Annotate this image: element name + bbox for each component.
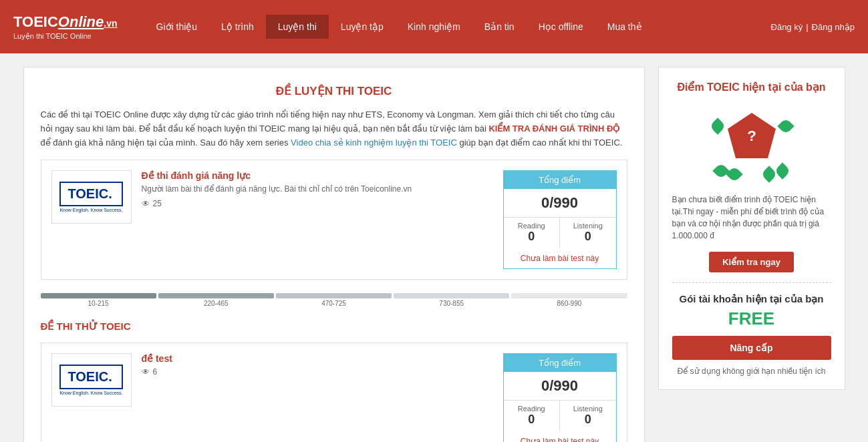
exam-info: Đề thi đánh giá năng lực Người làm bài t… [142, 170, 493, 208]
trial-score-header: Tổng điểm [504, 354, 616, 372]
leaf-bottom-left [712, 162, 729, 179]
main-nav: Giới thiệu Lộ trình Luyện thi Luyện tập … [144, 15, 771, 39]
trial-toeic-logo-sub: Know English. Know Success. [59, 391, 122, 395]
exam-score-total: 0/990 [504, 189, 616, 218]
trial-score-breakdown: Reading 0 Listening 0 [504, 401, 616, 431]
exam-title[interactable]: Đề thi đánh giá năng lực [142, 170, 493, 181]
sidebar-pkg-desc: Để sử dụng không giới hạn nhiều tiện ích [672, 367, 831, 376]
logo-sub: Luyện thi TOEIC Online [13, 32, 118, 41]
nav-kinh-nghiem[interactable]: Kinh nghiệm [396, 15, 472, 39]
register-link[interactable]: Đăng ký [771, 22, 803, 32]
exam-view-count: 25 [153, 199, 162, 208]
exam-assessment-section: TOEIC. Know English. Know Success. Đề th… [41, 160, 627, 307]
trial-card: TOEIC. Know English. Know Success. đề te… [41, 343, 627, 442]
trial-eye-icon: 👁 [142, 367, 150, 377]
range-label-4: 730-855 [394, 300, 509, 307]
leaf-bottom-left2 [726, 166, 742, 182]
score-sidebar-box: Điểm TOEIC hiện tại của bạn ? Bạn chưa b… [658, 67, 845, 390]
exam-score-breakdown: Reading 0 Listening 0 [504, 218, 616, 248]
trial-info: đề test 👁 6 [142, 353, 493, 377]
nav-gioi-thieu[interactable]: Giới thiệu [144, 15, 210, 39]
range-bar-3[interactable] [276, 293, 392, 298]
range-bar-1[interactable] [41, 293, 156, 298]
leaf-bottom-right [774, 162, 790, 179]
auth-divider: | [806, 22, 808, 32]
range-bar-5[interactable] [511, 293, 627, 298]
trial-reading-part: Reading 0 [504, 401, 561, 431]
nav-mua-the[interactable]: Mua thẻ [595, 15, 654, 39]
leaf-bottom-right2 [760, 166, 777, 182]
nav-ban-tin[interactable]: Bản tin [472, 15, 527, 39]
logo-area: TOEICOnline.vn Luyện thi TOEIC Online [13, 13, 118, 41]
exam-score-panel: Tổng điểm 0/990 Reading 0 Listening 0 [503, 170, 617, 269]
leaf-top-right [777, 118, 794, 134]
intro-part2: để đánh giá khả năng hiện tại của mình. … [41, 138, 291, 148]
exam-not-done-btn[interactable]: Chưa làm bài test này [521, 254, 599, 263]
svg-text:?: ? [747, 128, 756, 144]
trial-view-count: 6 [153, 367, 158, 377]
nav-luyen-thi[interactable]: Luyện thi [266, 15, 329, 39]
intro-part3: giúp bạn đạt điểm cao nhất khi thi TOEIC… [457, 138, 623, 148]
trial-reading-val: 0 [508, 413, 556, 427]
exam-score-header: Tổng điểm [504, 171, 616, 189]
trial-score-total: 0/990 [504, 372, 616, 401]
trial-score-action: Chưa làm bài test này [504, 431, 616, 442]
trial-reading-label: Reading [508, 405, 556, 413]
toeic-logo-sub: Know English. Know Success. [59, 208, 122, 212]
exam-reading-label: Reading [508, 222, 556, 230]
sidebar-pkg-free: FREE [672, 308, 831, 329]
trial-listening-part: Listening 0 [560, 401, 616, 431]
trial-title[interactable]: đề test [142, 353, 493, 364]
exam-score-ranges [41, 293, 627, 298]
toeic-logo: TOEIC. [59, 182, 122, 206]
trial-section: TOEIC. Know English. Know Success. đề te… [41, 343, 627, 442]
page-title: ĐỀ LUYỆN THI TOEIC [41, 84, 627, 98]
exam-reading-part: Reading 0 [504, 218, 561, 248]
trial-not-done-btn[interactable]: Chưa làm bài test này [521, 437, 599, 442]
range-bar-4[interactable] [394, 293, 509, 298]
exam-listening-part: Listening 0 [560, 218, 616, 248]
sidebar: Điểm TOEIC hiện tại của bạn ? Bạn chưa b… [658, 67, 845, 442]
trial-toeic-logo: TOEIC. [59, 365, 122, 389]
auth-links: Đăng ký | Đăng nhập [771, 22, 855, 32]
main-container: ĐỀ LUYỆN THI TOEIC Các đề thi tại TOEIC … [13, 67, 855, 442]
content-area: ĐỀ LUYỆN THI TOEIC Các đề thi tại TOEIC … [23, 67, 645, 442]
exam-image: TOEIC. Know English. Know Success. [51, 170, 132, 224]
login-link[interactable]: Đăng nhập [812, 22, 855, 32]
intro-highlight2[interactable]: Video chia sẻ kinh nghiệm luyện thi TOEI… [291, 138, 457, 148]
sidebar-score-desc: Bạn chưa biết điểm trình độ TOEIC hiện t… [672, 194, 831, 242]
range-bar-2[interactable] [158, 293, 274, 298]
pentagon-shape: ? [725, 110, 778, 164]
leaf-top-left [709, 118, 726, 134]
exam-listening-label: Listening [564, 222, 612, 230]
exam-reading-val: 0 [508, 230, 556, 244]
logo-online: Online [58, 13, 104, 30]
eye-icon: 👁 [142, 199, 150, 208]
sidebar-score-title: Điểm TOEIC hiện tại của bạn [672, 81, 831, 93]
sidebar-divider [672, 282, 831, 283]
logo-vn: .vn [104, 18, 117, 29]
range-label-2: 220-465 [158, 300, 274, 307]
exam-views: 👁 25 [142, 199, 493, 208]
trial-section-title: ĐỀ THI THỬ TOEIC [41, 320, 627, 333]
pentagon-container: ? [712, 103, 792, 184]
range-label-5: 860-990 [511, 300, 627, 307]
nav-luyen-tap[interactable]: Luyện tập [329, 15, 396, 39]
nav-lo-trinh[interactable]: Lộ trình [209, 15, 266, 39]
intro-paragraph: Các đề thi tại TOEIC Online được xây dựn… [41, 108, 627, 150]
check-score-btn[interactable]: Kiểm tra ngay [709, 252, 794, 272]
range-label-1: 10-215 [41, 300, 156, 307]
trial-image: TOEIC. Know English. Know Success. [51, 353, 132, 407]
intro-highlight1: KIỂM TRA ĐÁNH GIÁ TRÌNH ĐỘ [488, 124, 619, 134]
trial-listening-val: 0 [564, 413, 612, 427]
upgrade-btn[interactable]: Nâng cấp [672, 336, 831, 360]
exam-description: Người làm bài thi để đánh giá năng lực. … [142, 184, 493, 194]
exam-score-action: Chưa làm bài test này [504, 248, 616, 268]
trial-score-panel: Tổng điểm 0/990 Reading 0 Listening 0 [503, 353, 617, 442]
nav-hoc-offline[interactable]: Học offline [527, 15, 595, 39]
exam-score-value: 0/990 [509, 194, 611, 212]
trial-listening-label: Listening [564, 405, 612, 413]
sidebar-pkg-title: Gói tài khoản hiện tại của bạn [672, 293, 831, 305]
trial-score-value: 0/990 [509, 377, 611, 395]
range-label-3: 470-725 [276, 300, 392, 307]
